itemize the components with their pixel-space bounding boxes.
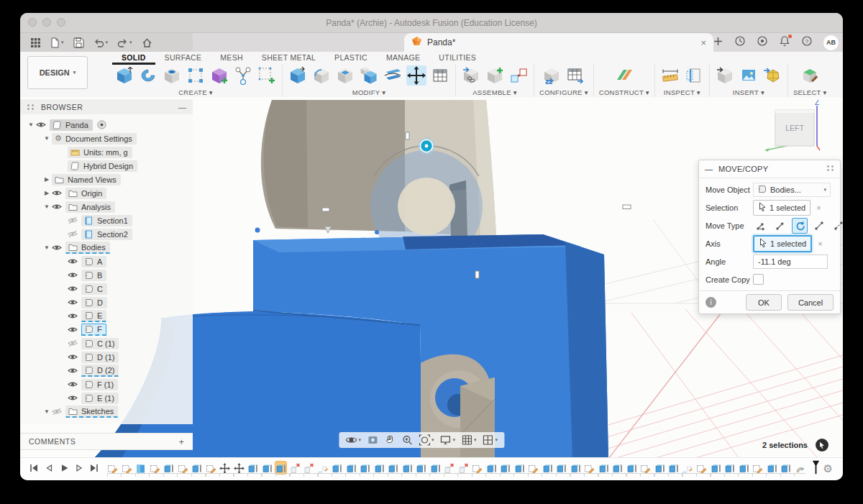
timeline-feature-sketch[interactable] (752, 462, 763, 474)
timeline-feature-sketch[interactable] (640, 462, 651, 474)
visibility-eye-off-icon[interactable] (68, 339, 81, 347)
tree-item-hybrid-design[interactable]: Hybrid Design (20, 159, 193, 173)
timeline-feature-solid[interactable] (500, 462, 511, 474)
cancel-button[interactable]: Cancel (787, 294, 834, 311)
timeline-go-to-end-button[interactable] (89, 463, 99, 476)
tree-item-chip[interactable]: B (81, 270, 106, 281)
visibility-eye-icon[interactable] (68, 285, 81, 293)
timeline-feature-solid[interactable] (374, 462, 385, 474)
timeline-feature-sketch[interactable] (107, 462, 118, 474)
tree-item-chip[interactable]: Section1 (81, 215, 132, 226)
tree-item-chip[interactable]: D (81, 297, 107, 308)
timeline-feature-suppressed[interactable] (303, 462, 314, 474)
app-grid-icon[interactable] (30, 37, 41, 48)
visibility-eye-icon[interactable] (68, 367, 81, 375)
timeline-feature-solid[interactable] (247, 462, 258, 474)
ribbon-tab-manage[interactable]: MANAGE (377, 52, 429, 65)
grid-tool-icon[interactable]: ▾ (461, 434, 477, 446)
selection-cursor-badge[interactable] (816, 439, 828, 452)
ok-button[interactable]: OK (746, 294, 782, 311)
group-label[interactable]: INSERT ▾ (733, 88, 764, 96)
tree-item-chip[interactable]: Origin (65, 188, 106, 199)
dialog-header[interactable]: — MOVE/COPY (699, 160, 840, 178)
move-type-point-to-position-icon[interactable] (831, 218, 843, 234)
move-type-free-move-icon[interactable] (753, 218, 769, 234)
configuration-tool-icon[interactable] (542, 65, 562, 86)
params-tool-icon[interactable] (430, 65, 450, 86)
timeline-feature-suppressed[interactable] (290, 462, 301, 474)
group-label[interactable]: MODIFY ▾ (352, 88, 386, 96)
timeline-feature-solid[interactable] (570, 462, 581, 474)
timeline-feature-sketch[interactable] (150, 462, 160, 474)
chevron-right-icon[interactable]: ▶ (42, 176, 52, 183)
timeline-feature-solid[interactable] (724, 462, 735, 474)
combine-tool-icon[interactable] (359, 65, 379, 86)
tree-item-section1[interactable]: Section1 (20, 214, 193, 227)
timeline-feature-form[interactable] (135, 462, 146, 474)
tree-item-chip[interactable]: F (81, 324, 106, 336)
timeline-feature-sketch[interactable] (682, 462, 693, 474)
tree-item-d[interactable]: D (20, 295, 193, 309)
timeline-feature-solid[interactable] (416, 462, 426, 474)
timeline-feature-solid[interactable] (275, 462, 286, 474)
tree-item-c-1-[interactable]: C (1) (20, 336, 193, 350)
timeline-feature-suppressed[interactable] (458, 462, 469, 474)
timeline-feature-solid[interactable] (780, 462, 791, 474)
rect-pattern-tool-icon[interactable] (186, 65, 206, 86)
help-icon[interactable]: ? (801, 35, 813, 50)
timeline-feature-sketch[interactable] (178, 462, 188, 474)
timeline-feature-sketch[interactable] (584, 462, 595, 474)
workspace-selector[interactable]: DESIGN ▾ (27, 56, 88, 89)
axis-chip[interactable]: 1 selected (753, 235, 812, 252)
collapse-dialog-icon[interactable]: — (705, 165, 713, 173)
visibility-eye-icon[interactable] (68, 394, 81, 402)
fit-tool-icon[interactable]: ▾ (419, 434, 434, 446)
tree-item-a[interactable]: A (20, 255, 193, 268)
orbit-tool-icon[interactable]: ▾ (345, 434, 361, 446)
form-tool-icon[interactable] (209, 65, 229, 86)
timeline-feature-solid[interactable] (332, 462, 342, 474)
visibility-eye-icon[interactable] (52, 189, 65, 197)
timeline-feature-solid[interactable] (388, 462, 398, 474)
group-label[interactable]: SELECT ▾ (793, 88, 827, 96)
angle-input[interactable] (753, 255, 828, 269)
tree-item-chip[interactable]: A (81, 256, 106, 267)
timeline-feature-solid[interactable] (430, 462, 441, 474)
timeline-feature-revolve[interactable] (795, 462, 805, 474)
timeline-feature-solid[interactable] (668, 462, 679, 474)
ribbon-tab-utilities[interactable]: UTILITIES (429, 52, 485, 65)
tree-item-f-1-[interactable]: F (1) (20, 377, 193, 391)
visibility-eye-icon[interactable] (68, 312, 81, 320)
undo-icon[interactable]: ▾ (93, 37, 109, 48)
file-icon[interactable]: ▾ (50, 37, 64, 48)
canvas-tool-icon[interactable] (739, 65, 759, 86)
timeline-feature-solid[interactable] (346, 462, 357, 474)
ribbon-tab-sheet-metal[interactable]: SHEET METAL (252, 52, 325, 65)
timeline-feature-sketch[interactable] (318, 462, 329, 474)
tree-item-chip[interactable]: Section2 (81, 229, 132, 240)
visibility-eye-icon[interactable] (68, 380, 81, 388)
timeline-feature-solid[interactable] (612, 462, 623, 474)
visibility-eye-icon[interactable] (52, 244, 65, 252)
visibility-eye-icon[interactable] (68, 257, 81, 265)
timeline-settings-gear-icon[interactable]: ⚙ (823, 462, 843, 477)
tree-item-section2[interactable]: Section2 (20, 227, 193, 241)
tree-item-chip[interactable]: Sketches (65, 406, 118, 418)
insert-tool-icon[interactable] (461, 65, 481, 86)
timeline-feature-sketch[interactable] (472, 462, 483, 474)
clear-selection-icon[interactable]: × (816, 203, 821, 212)
plus-icon[interactable] (713, 36, 723, 50)
fillet-tool-icon[interactable] (311, 65, 332, 86)
activate-component-radio[interactable] (97, 120, 106, 129)
move-type-point-to-point-icon[interactable] (811, 218, 827, 234)
selection-chip[interactable]: 1 selected (753, 200, 811, 216)
move-type-translate-icon[interactable] (772, 218, 788, 234)
split-tool-icon[interactable] (383, 65, 403, 86)
status-icon[interactable] (757, 35, 768, 50)
collapse-panel-icon[interactable]: — (178, 103, 186, 111)
user-avatar[interactable]: AB (823, 35, 839, 50)
press-pull-tool-icon[interactable] (288, 65, 308, 86)
tree-item-named-views[interactable]: ▶Named Views (20, 173, 193, 186)
tree-item-chip[interactable]: E (1) (81, 393, 119, 404)
timeline-playhead[interactable] (811, 459, 821, 478)
